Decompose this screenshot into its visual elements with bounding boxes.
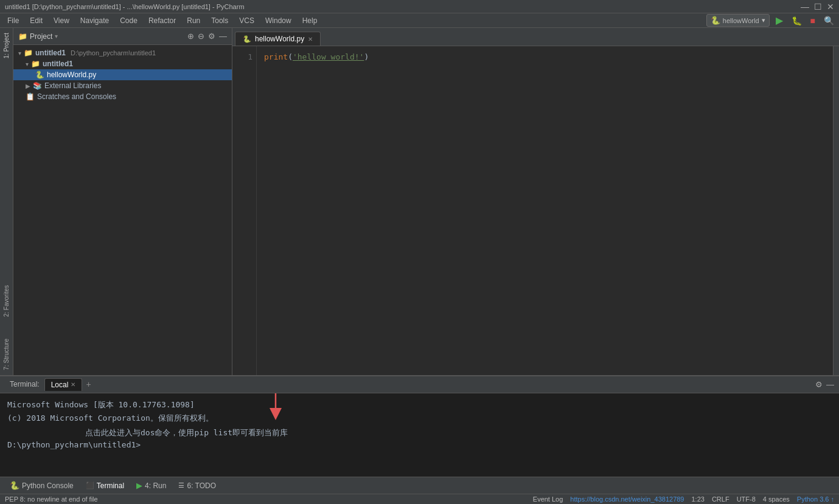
menu-window[interactable]: Window: [260, 15, 296, 26]
close-button[interactable]: ✕: [827, 2, 834, 12]
terminal-settings-icon[interactable]: ⚙: [815, 380, 823, 389]
tree-item-file[interactable]: 🐍 hellowWorld.py: [13, 69, 232, 80]
terminal-add-button[interactable]: +: [82, 379, 94, 389]
bottom-panel: Terminal: Local ✕ + ⚙ — Microsoft Window…: [0, 375, 839, 494]
menu-file[interactable]: File: [2, 15, 24, 26]
terminal-tab-local[interactable]: Local ✕: [44, 378, 83, 391]
stop-button[interactable]: ■: [808, 15, 818, 27]
titlebar-title: untitled1 [D:\python_pycharm\untitled1] …: [5, 3, 245, 10]
status-python[interactable]: Python 3.6 ↑: [797, 495, 834, 503]
statusbar: PEP 8: no newline at end of file Event L…: [0, 494, 839, 504]
maximize-button[interactable]: ☐: [814, 2, 822, 12]
menu-edit[interactable]: Edit: [25, 15, 47, 26]
search-everywhere-button[interactable]: 🔍: [821, 15, 837, 27]
titlebar: untitled1 [D:\python_pycharm\untitled1] …: [0, 0, 839, 13]
run-button[interactable]: ▶: [773, 13, 785, 27]
run-panel-button[interactable]: ▶ 4: Run: [131, 480, 171, 491]
project-folder-icon: 📁: [18, 32, 27, 41]
root-path: D:\python_pycharm\untitled1: [71, 49, 156, 57]
terminal-tab-name: Local: [51, 381, 69, 389]
event-log[interactable]: Event Log: [533, 495, 563, 503]
editor-content[interactable]: 1 print('hellow world!'): [232, 46, 839, 375]
root-label: untitled1: [35, 49, 66, 57]
project-side-tab[interactable]: 1: Project: [2, 28, 11, 63]
terminal-label: Terminal:: [5, 380, 44, 388]
project-minimize-icon[interactable]: —: [219, 32, 227, 41]
debug-button[interactable]: 🐛: [789, 15, 804, 27]
project-tree: ▾ 📁 untitled1 D:\python_pycharm\untitled…: [13, 45, 232, 375]
menu-vcs[interactable]: VCS: [234, 15, 259, 26]
tree-item-subfolder[interactable]: ▾ 📁 untitled1: [13, 58, 232, 69]
tab-close-button[interactable]: ✕: [308, 36, 313, 43]
run-config-icon: 🐍: [711, 16, 720, 25]
terminal-tab-close[interactable]: ✕: [71, 381, 75, 388]
scratches-label: Scratches and Consoles: [37, 92, 116, 101]
terminal-minimize-icon[interactable]: —: [826, 380, 834, 389]
favorites-side-tab[interactable]: 2: Favorites: [2, 280, 11, 322]
root-chevron: ▾: [18, 50, 21, 57]
menu-help[interactable]: Help: [298, 15, 322, 26]
menu-tools[interactable]: Tools: [206, 15, 233, 26]
structure-side-tab[interactable]: 7: Structure: [2, 334, 11, 375]
project-panel: 📁 Project ▾ ⊕ ⊖ ⚙ — ▾ 📁 untitled1 D:\p: [13, 28, 232, 375]
file-py-icon: 🐍: [35, 71, 44, 79]
menu-run[interactable]: Run: [182, 15, 205, 26]
python-console-label: Python Console: [22, 482, 74, 490]
todo-icon: ☰: [178, 482, 184, 489]
minimize-button[interactable]: —: [801, 2, 809, 12]
annotation-text: 点击此处进入与dos命令，使用pip list即可看到当前库: [85, 427, 288, 438]
todo-button[interactable]: ☰ 6: TODO: [173, 480, 221, 491]
titlebar-controls[interactable]: — ☐ ✕: [801, 2, 834, 12]
terminal-button-icon: ⬛: [86, 482, 94, 489]
python-console-button[interactable]: 🐍 Python Console: [5, 480, 78, 491]
run-config-label: hellowWorld: [723, 17, 759, 24]
terminal-tabs: Terminal: Local ✕ + ⚙ —: [0, 376, 839, 393]
project-title: Project: [30, 32, 52, 41]
tab-label: hellowWorld.py: [255, 35, 304, 43]
ext-libs-chevron: ▶: [26, 83, 30, 89]
line-numbers: 1: [232, 46, 257, 375]
status-url: https://blog.csdn.net/weixin_43812789: [570, 495, 684, 503]
subfolder-icon: 📁: [31, 60, 40, 68]
python-console-icon: 🐍: [10, 481, 19, 490]
status-position: 1:23: [691, 495, 704, 503]
terminal-button-label: Terminal: [97, 482, 124, 490]
status-indent: 4 spaces: [763, 495, 790, 503]
editor-scrollbar[interactable]: [833, 46, 839, 375]
tab-py-icon: 🐍: [243, 35, 251, 43]
tree-item-root[interactable]: ▾ 📁 untitled1 D:\python_pycharm\untitled…: [13, 47, 232, 58]
editor-tabs: 🐍 hellowWorld.py ✕: [232, 28, 839, 46]
run-panel-icon: ▶: [136, 481, 142, 490]
project-add-icon[interactable]: ⊕: [187, 32, 194, 41]
project-settings-icon[interactable]: ⚙: [208, 32, 215, 41]
subfolder-label: untitled1: [43, 60, 73, 68]
ext-libs-label: External Libraries: [44, 81, 101, 90]
subfolder-chevron: ▾: [26, 61, 29, 67]
status-crlf: CRLF: [712, 495, 729, 503]
code-line-1: print('hellow world!'): [264, 51, 826, 64]
tree-item-ext-libs[interactable]: ▶ 📚 External Libraries: [13, 80, 232, 91]
menu-refactor[interactable]: Refactor: [144, 15, 181, 26]
bottom-toolbar: 🐍 Python Console ⬛ Terminal ▶ 4: Run ☰ 6…: [0, 477, 839, 494]
editor-area: 🐍 hellowWorld.py ✕ 1 print('hellow world…: [232, 28, 839, 375]
tree-item-scratches[interactable]: 📋 Scratches and Consoles: [13, 91, 232, 102]
file-label: hellowWorld.py: [47, 71, 96, 79]
line-number-1: 1: [236, 51, 252, 64]
run-config-selector[interactable]: 🐍 hellowWorld ▾: [706, 14, 770, 27]
status-charset: UTF-8: [737, 495, 756, 503]
scratches-icon: 📋: [26, 92, 35, 101]
code-area[interactable]: print('hellow world!'): [257, 46, 833, 375]
status-message: PEP 8: no newline at end of file: [5, 495, 98, 503]
project-collapse-icon[interactable]: ⊖: [198, 32, 204, 41]
terminal-button[interactable]: ⬛ Terminal: [81, 480, 129, 491]
menu-code[interactable]: Code: [115, 15, 142, 26]
project-chevron[interactable]: ▾: [55, 33, 58, 40]
project-header: 📁 Project ▾ ⊕ ⊖ ⚙ —: [13, 28, 232, 45]
menubar: File Edit View Navigate Code Refactor Ru…: [0, 13, 839, 28]
menu-navigate[interactable]: Navigate: [75, 15, 114, 26]
editor-tab-hellowworld[interactable]: 🐍 hellowWorld.py ✕: [235, 32, 321, 46]
terminal-content[interactable]: Microsoft Windows [版本 10.0.17763.1098] (…: [0, 393, 839, 477]
left-gutter: 1: Project 2: Favorites 7: Structure: [0, 28, 13, 375]
menu-view[interactable]: View: [49, 15, 74, 26]
todo-label: 6: TODO: [187, 482, 216, 490]
